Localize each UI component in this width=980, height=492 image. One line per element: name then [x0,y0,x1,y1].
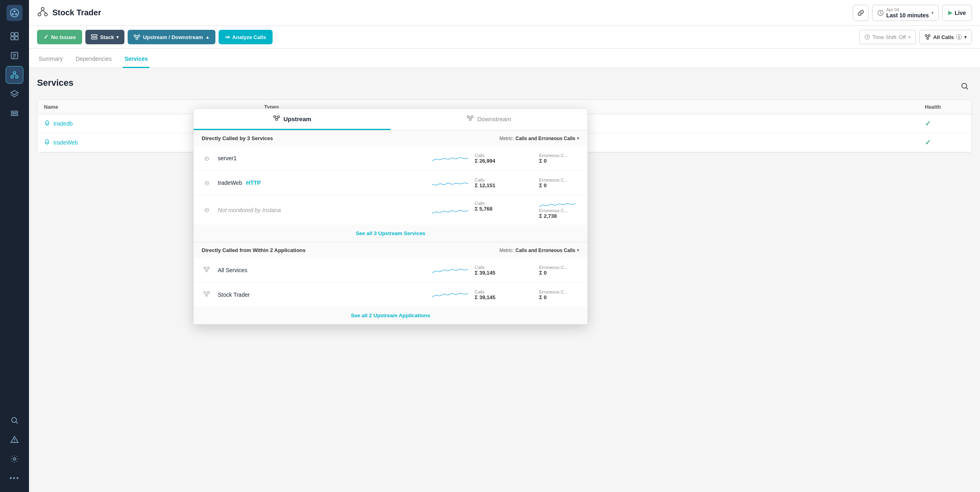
analyze-calls-button[interactable]: ⇒ Analyze Calls [219,30,273,44]
allservices-err-value: Σ 0 [539,270,579,276]
svg-point-35 [138,35,140,37]
svg-point-13 [11,76,13,78]
time-label: Last 10 minutes [886,12,929,19]
sidebar-item-services[interactable] [6,66,23,84]
downstream-tab-icon [467,115,474,122]
unmonitored-err-value: Σ 2,738 [539,213,579,219]
upstream-tab-label: Upstream [283,116,311,122]
all-calls-caret-icon: ▾ [964,35,967,40]
allservices-calls-chart [432,264,468,277]
tab-services[interactable]: Services [123,51,149,68]
topbar-actions: Apr 04 Last 10 minutes ▾ ▶ Live [853,5,972,21]
svg-line-62 [470,118,472,119]
svg-point-50 [45,140,49,143]
sidebar-item-stack2[interactable] [6,105,23,122]
sidebar-item-layers[interactable] [6,85,23,103]
services-section-title: Directly Called by 3 Services [202,135,273,141]
sidebar-item-alerts[interactable] [6,431,23,449]
tradeweb-err-block: Erroneous C... Σ 0 [539,178,579,188]
live-button[interactable]: ▶ Live [942,5,972,21]
svg-point-42 [928,35,930,36]
stack-button[interactable]: Stack ▾ [85,30,124,44]
allservices-metrics: Calls Σ 39,145 Erroneous C... Σ 0 [475,265,579,276]
dropdown-tab-upstream[interactable]: Upstream [194,109,391,130]
sidebar-item-search[interactable] [6,411,23,429]
sidebar-item-settings[interactable] [6,450,23,468]
svg-point-24 [14,441,15,442]
services-metric-label: Metric: [499,136,514,141]
upstream-row-allservices[interactable]: All Services Calls Σ 39,145 Erroneous C.… [194,258,587,283]
no-issues-button[interactable]: ✓ No Issues [37,30,82,44]
live-label: Live [955,10,966,16]
unmonitored-err-chart [539,201,575,208]
unmonitored-err-label: Erroneous C... [539,208,579,213]
all-calls-button[interactable]: All Calls i ▾ [919,30,972,44]
upstream-row-stocktrader[interactable]: Stock Trader Calls Σ 39,145 Erroneous C.… [194,283,587,307]
svg-point-20 [12,418,17,422]
link-button[interactable] [853,5,869,21]
svg-point-36 [136,38,138,40]
svg-line-46 [928,36,929,38]
stocktrader-calls-chart [432,288,468,301]
server1-calls-block: Calls Σ 26,994 [475,153,515,164]
services-search-button[interactable] [957,79,972,93]
svg-line-55 [275,118,277,119]
applications-section-title: Directly Called from Within 2 Applicatio… [202,247,306,253]
page-content: Summary Dependencies Services Services N… [29,49,980,492]
applications-metric-value: Calls and Erroneous Calls [515,248,575,253]
svg-line-73 [205,293,207,295]
time-shift-button[interactable]: Time Shift: Off ▾ [859,30,916,44]
svg-point-59 [469,119,471,121]
time-range-button[interactable]: Apr 04 Last 10 minutes ▾ [872,5,939,21]
svg-marker-17 [11,91,18,95]
svg-point-58 [471,116,473,118]
stocktrader-name: Stock Trader [218,291,426,298]
svg-line-68 [207,269,209,270]
sidebar-item-dashboard[interactable] [6,27,23,45]
svg-point-3 [15,13,17,15]
applications-metric-caret: ▾ [577,248,579,253]
tradeweb-upstream-name: tradeWeb HTTP [218,180,426,186]
upstream-row-unmonitored: ⊖ Not monitored by Instana Calls Σ 5,768 [194,195,587,225]
upstream-row-tradeweb[interactable]: ⊖ tradeWeb HTTP Calls Σ 12,151 Erroneou [194,171,587,195]
allservices-err-label: Erroneous C... [539,265,579,270]
svg-rect-5 [15,33,18,36]
stocktrader-calls-block: Calls Σ 39,145 [475,289,515,300]
analyze-calls-label: Analyze Calls [232,34,266,40]
time-date: Apr 04 [886,7,929,12]
sidebar-item-reports[interactable] [6,47,23,64]
upstream-row-server1[interactable]: ⊖ server1 Calls Σ 26,994 Erroneous C... … [194,146,587,171]
upstream-downstream-button[interactable]: Upstream / Downstream ▲ [128,30,215,44]
tradeweb-err-label: Erroneous C... [539,178,579,182]
tab-summary[interactable]: Summary [37,51,64,68]
svg-line-39 [137,37,139,38]
svg-point-70 [208,291,209,293]
tradeweb-err-value: Σ 0 [539,182,579,188]
all-calls-info-icon: i [956,34,962,40]
topbar: Stock Trader Apr 04 Last 10 minutes ▾ ▶ … [29,0,980,26]
svg-point-52 [277,116,279,118]
see-all-services-link[interactable]: See all 3 Upstream Services [194,225,587,242]
allservices-calls-block: Calls Σ 39,145 [475,265,515,276]
applications-metric-label: Metric: [499,248,514,253]
no-issues-label: No Issues [51,34,76,40]
svg-line-56 [277,118,279,119]
svg-rect-7 [15,37,18,40]
applications-metric-selector[interactable]: Metric: Calls and Erroneous Calls ▾ [499,248,579,253]
upstream-caret-icon: ▲ [205,35,210,39]
see-all-applications-link[interactable]: See all 2 Upstream Applications [194,307,587,324]
svg-point-64 [208,267,209,269]
server1-err-block: Erroneous C... Σ 0 [539,153,579,164]
dropdown-tab-downstream[interactable]: Downstream [391,109,587,130]
services-metric-selector[interactable]: Metric: Calls and Erroneous Calls ▾ [499,136,579,141]
app-title-area: Stock Trader [37,6,846,20]
unmonitored-calls-block: Calls Σ 5,768 [475,201,515,212]
svg-point-51 [273,116,275,118]
tab-dependencies[interactable]: Dependencies [74,51,114,68]
svg-line-45 [926,36,928,38]
sidebar-item-more[interactable]: ••• [6,469,23,487]
svg-point-63 [204,267,205,269]
upstream-downstream-label: Upstream / Downstream [143,34,203,40]
allservices-err-block: Erroneous C... Σ 0 [539,265,579,276]
server1-calls-label: Calls [475,153,515,158]
